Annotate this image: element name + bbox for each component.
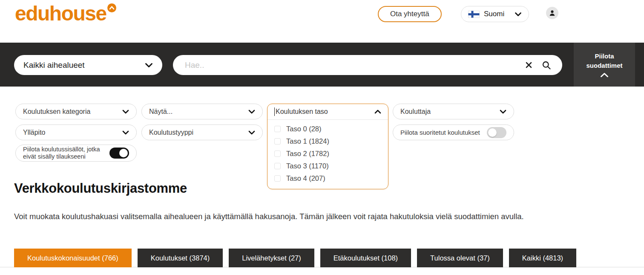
checkbox[interactable] [274,175,281,182]
level-option-label: Taso 0 (28) [286,125,322,133]
filter-type-select[interactable]: Koulutustyyppi [141,124,263,140]
subject-area-select[interactable]: Kaikki aihealueet [14,55,162,75]
chevron-up-icon [374,110,381,114]
level-option-list: Taso 0 (28)Taso 1 (1824)Taso 2 (1782)Tas… [267,120,388,189]
level-option-label: Taso 3 (1170) [286,162,329,170]
checkbox[interactable] [274,126,281,132]
tab-kaikki[interactable]: Kaikki (4813) [509,249,576,267]
top-header: eduhouse Ota yhteyttä Suomi [0,0,644,43]
contact-button[interactable]: Ota yhteyttä [378,6,442,22]
level-filter-label: Koulutuksen taso [276,108,374,116]
tab-livelahetykset[interactable]: Livelähetykset (27) [229,249,314,267]
level-option-2[interactable]: Taso 2 (1782) [267,148,388,160]
chevron-down-icon [248,130,255,135]
level-option-label: Taso 2 (1782) [286,150,329,158]
checkbox[interactable] [274,151,281,157]
filter-admin-select[interactable]: Ylläpito [15,124,137,140]
chevron-down-icon [248,110,255,114]
language-label: Suomi [484,10,510,18]
user-avatar[interactable] [546,7,558,19]
checkbox[interactable] [274,138,281,145]
text-caret [274,107,275,116]
toggle-knob [488,128,497,137]
filter-type-label: Koulutustyyppi [149,129,248,136]
chevron-down-icon [500,110,506,114]
search-field-container [173,55,562,75]
tab-etakoulutukset[interactable]: Etäkoulutukset (108) [320,249,411,267]
hide-unsubscribed-filter: Piilota koulutussisällöt, jotka eivät si… [15,145,137,162]
eduhouse-logo[interactable]: eduhouse [15,3,116,25]
level-option-0[interactable]: Taso 0 (28) [267,123,388,135]
filter-category-label: Koulutuksen kategoria [23,108,122,116]
filter-trainer-select[interactable]: Kouluttaja [393,104,514,119]
logo-text: eduhouse [15,3,106,25]
level-option-label: Taso 1 (1824) [286,137,329,145]
chevron-down-icon [145,63,153,68]
hide-completed-filter: Piilota suoritetut koulutukset [393,124,514,140]
search-icon[interactable] [540,59,553,72]
filter-show-label: Näytä... [149,108,248,116]
chevron-down-icon [122,110,129,114]
hide-completed-toggle[interactable] [487,127,506,138]
language-selector[interactable]: Suomi [461,6,529,22]
toggle-knob [119,149,128,157]
clear-search-icon[interactable] [523,60,534,70]
hide-filters-label: Piilota suodattimet [581,52,628,70]
filter-admin-label: Ylläpito [23,129,122,136]
filter-category-select[interactable]: Koulutuksen kategoria [15,104,137,119]
level-option-label: Taso 4 (207) [286,174,325,182]
tab-koulutukset[interactable]: Koulutukset (3874) [138,249,223,267]
hide-filters-button[interactable]: Piilota suodattimet [574,43,635,87]
search-input[interactable] [185,61,523,70]
chevron-down-icon [515,12,522,17]
tab-koulutuskokonaisuudet[interactable]: Koulutuskokonaisuudet (766) [14,249,132,267]
filter-show-select[interactable]: Näytä... [141,104,263,119]
checkbox[interactable] [274,163,281,169]
contact-button-label: Ota yhteyttä [390,10,429,18]
search-bar-section: Kaikki aihealueet Piilota suodattimet [0,43,644,87]
level-option-3[interactable]: Taso 3 (1170) [267,160,388,172]
hide-completed-label: Piilota suoritetut koulutukset [400,129,487,136]
level-option-1[interactable]: Taso 1 (1824) [267,135,388,148]
level-filter-dropdown: Koulutuksen taso Taso 0 (28)Taso 1 (1824… [267,104,388,189]
page: eduhouse Ota yhteyttä Suomi [0,0,644,275]
page-description: Voit muokata koulutushakuasi valitsemall… [14,211,581,222]
circumflex-badge-icon [107,3,116,12]
chevron-down-icon [122,130,129,135]
result-tabs: Koulutuskokonaisuudet (766)Koulutukset (… [14,249,576,267]
subject-area-value: Kaikki aihealueet [23,61,145,70]
filter-trainer-label: Kouluttaja [400,108,500,116]
page-title: Verkkokoulutuskirjastomme [14,181,187,196]
chevron-up-icon [600,72,609,78]
tab-tulossa-olevat[interactable]: Tulossa olevat (37) [417,249,503,267]
level-filter-combobox[interactable]: Koulutuksen taso [267,104,388,120]
person-icon [549,9,556,17]
level-option-4[interactable]: Taso 4 (207) [267,172,388,185]
hide-unsubscribed-label: Piilota koulutussisällöt, jotka eivät si… [23,146,109,161]
hide-unsubscribed-toggle[interactable] [109,148,129,159]
finland-flag-icon [468,11,480,18]
